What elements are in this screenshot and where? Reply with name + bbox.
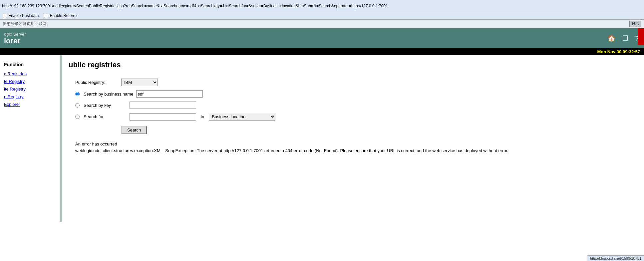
sidebar-item-edit-registry[interactable]: ite Registry <box>0 85 60 93</box>
error-title: An error has occurred <box>75 141 631 147</box>
in-label: in <box>201 114 204 119</box>
toolbar-row: Enable Post data Enable Referrer <box>0 12 644 20</box>
enable-post-data-checkbox[interactable] <box>3 14 7 18</box>
content-area: ublic registries Public Registry: IBM Mi… <box>62 55 644 222</box>
error-area: An error has occurred weblogic.uddi.clie… <box>75 138 631 156</box>
search-for-input[interactable] <box>130 113 196 121</box>
login-notice: 要您登录才能使用互联网。 显示 <box>0 20 644 28</box>
sidebar-item-create-registry[interactable]: te Registry <box>0 78 60 85</box>
location-select[interactable]: Business location Business name Service … <box>209 113 275 121</box>
registry-select[interactable]: IBM Microsoft NTT <box>121 79 158 86</box>
address-url: http://192.168.239.129:7001/uddiexplorer… <box>2 4 388 8</box>
datetime-display: Mon Nov 30 09:32:57 <box>597 49 640 54</box>
sidebar-item-explorer[interactable]: Explorer <box>0 101 60 108</box>
enable-referrer-text: Enable Referrer <box>50 13 78 18</box>
search-button[interactable]: Search <box>121 126 147 134</box>
red-tab <box>638 28 644 45</box>
search-by-key-label: Search by key <box>84 103 127 108</box>
header-titles: ogic Server lorer <box>4 32 26 45</box>
radio-search-key[interactable] <box>75 103 80 108</box>
search-for-label: Search for <box>84 114 127 119</box>
error-detail: weblogic.uddi.client.structures.exceptio… <box>75 147 631 154</box>
radio-search-for[interactable] <box>75 115 80 119</box>
server-title: ogic Server <box>4 32 26 37</box>
enable-referrer-checkbox[interactable] <box>44 14 48 18</box>
search-for-row: Search for in Business location Business… <box>75 113 631 121</box>
display-button[interactable]: 显示 <box>629 21 641 27</box>
enable-post-data-text: Enable Post data <box>8 13 39 18</box>
header-icons: 🏠 ❐ ? <box>606 34 640 43</box>
search-name-input[interactable] <box>136 90 203 98</box>
enable-referrer-label[interactable]: Enable Referrer <box>44 13 78 18</box>
home-icon[interactable]: 🏠 <box>606 34 617 43</box>
address-bar: http://192.168.239.129:7001/uddiexplorer… <box>0 0 644 12</box>
main-layout: Function c Registries te Registry ite Re… <box>0 55 644 222</box>
enable-post-data-label[interactable]: Enable Post data <box>3 13 39 18</box>
search-by-name-row: Search by business name <box>75 90 631 98</box>
windows-icon[interactable]: ❐ <box>621 34 630 43</box>
sidebar-function-title: Function <box>0 61 60 70</box>
sidebar-item-delete-registry[interactable]: e Registry <box>0 93 60 101</box>
form-area: Public Registry: IBM Microsoft NTT Searc… <box>69 75 637 160</box>
page-title: ublic registries <box>69 61 637 69</box>
login-notice-text: 要您登录才能使用互联网。 <box>3 21 51 27</box>
public-registry-row: Public Registry: IBM Microsoft NTT <box>75 79 631 86</box>
sidebar: Function c Registries te Registry ite Re… <box>0 55 60 222</box>
header-bar: ogic Server lorer 🏠 ❐ ? <box>0 28 644 48</box>
app-title: lorer <box>4 37 26 45</box>
search-by-name-label: Search by business name <box>84 92 134 97</box>
time-bar: Mon Nov 30 09:32:57 <box>0 48 644 55</box>
radio-search-name[interactable] <box>75 92 80 96</box>
search-key-input[interactable] <box>130 102 196 109</box>
search-by-key-row: Search by key <box>75 102 631 109</box>
search-button-row: Search <box>75 125 631 134</box>
sidebar-item-public-registries[interactable]: c Registries <box>0 70 60 78</box>
public-registry-label: Public Registry: <box>75 80 119 85</box>
